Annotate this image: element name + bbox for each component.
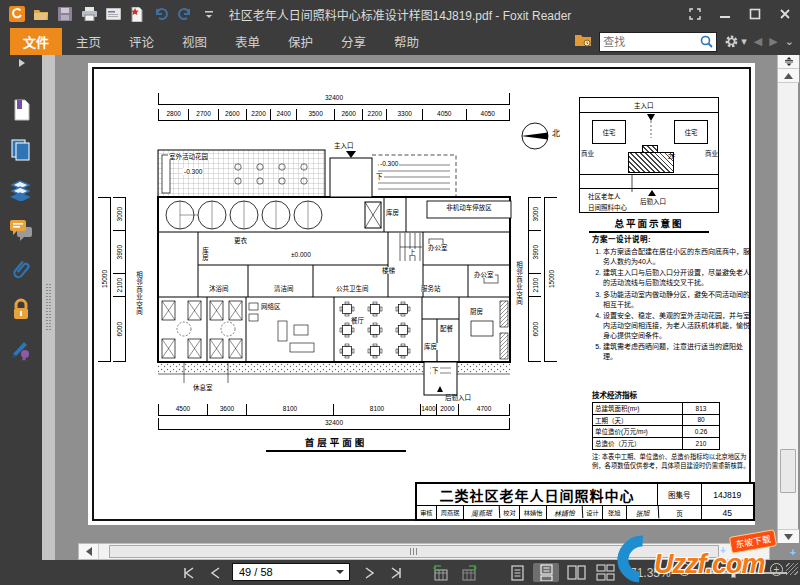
dim-right-segments: 3000390021006000 (528, 197, 541, 362)
dim-top-total: 32400 (158, 93, 510, 105)
ribbon-bar: 文件 主页评论视图表单保护分享帮助 ▾ ◀ ▶ ⌄ (0, 28, 800, 55)
ribbon-tab[interactable]: 视图 (168, 28, 221, 55)
settings-gear-icon[interactable]: ▾ (724, 34, 747, 49)
stair-down-label: 下 (375, 173, 384, 180)
panel-resize-gutter[interactable] (42, 55, 55, 560)
expand-panel-icon[interactable] (0, 55, 42, 71)
security-icon[interactable] (0, 293, 42, 327)
last-page-button[interactable] (385, 563, 407, 582)
email-icon[interactable] (104, 5, 122, 23)
horizontal-scrollbar[interactable] (78, 543, 770, 560)
attachments-icon[interactable] (0, 253, 42, 287)
page-number-box[interactable] (232, 563, 350, 581)
tab-file[interactable]: 文件 (10, 28, 62, 55)
new-document-icon[interactable] (128, 5, 146, 23)
quick-access-toolbar (0, 5, 218, 23)
zoom-in-button[interactable]: + (770, 563, 783, 576)
navigation-sidebar (0, 55, 42, 560)
ribbon-tab[interactable]: 主页 (62, 28, 115, 55)
ribbon-tab[interactable]: 帮助 (380, 28, 433, 55)
prev-page-button[interactable] (205, 563, 225, 582)
zoom-out-button[interactable]: − (678, 563, 691, 576)
nav-back-icon[interactable]: ◀ (754, 35, 762, 48)
design-note-item: 建筑主入口与后勤入口分开设置，尽量避免老人的活动流线与后勤流线交叉干扰。 (603, 268, 752, 288)
site-plan-title: 总平面示意图 (589, 216, 709, 233)
foxit-logo-icon[interactable] (8, 5, 26, 23)
vscroll-thumb[interactable] (780, 449, 796, 493)
open-file-icon[interactable] (32, 5, 50, 23)
layout-continuous-facing-button[interactable] (592, 563, 618, 582)
page-number: 45 (702, 506, 753, 519)
search-box[interactable] (599, 32, 717, 52)
indicator-row: 总造价（万元） 210 (593, 438, 719, 450)
room-label-network: 网络区 (260, 303, 282, 310)
ribbon-tab[interactable]: 分享 (327, 28, 380, 55)
room-label-changing: 更衣 (233, 237, 248, 244)
layout-continuous-button[interactable] (533, 563, 559, 582)
page-label: 页 (658, 506, 701, 519)
room-label-kitchen: 厨房 (469, 308, 484, 315)
dim-bottom-segments: 4500360081008100140020004700 (158, 404, 510, 416)
search-icon (700, 35, 713, 48)
next-view-button[interactable] (458, 563, 482, 582)
next-page-button[interactable] (360, 563, 380, 582)
page-number-input[interactable] (233, 566, 335, 578)
site-commerce-left: 商业 (581, 148, 594, 158)
hscroll-thumb[interactable] (109, 545, 719, 558)
ribbon-tab[interactable]: 表单 (221, 28, 274, 55)
ribbon-tabs: 主页评论视图表单保护分享帮助 (62, 28, 433, 55)
undo-icon[interactable] (152, 5, 170, 23)
proofer-signature: 林婧怡 (547, 505, 583, 520)
level-zero: ±0.000 (290, 251, 312, 258)
first-page-button[interactable] (178, 563, 200, 582)
tech-indicators-title: 技术经济指标 (592, 389, 752, 400)
scroll-up-arrow[interactable] (778, 69, 799, 83)
ribbon-tab[interactable]: 评论 (115, 28, 168, 55)
design-notes-title: 方案一设计说明: (592, 233, 752, 244)
gutter-grip (46, 284, 51, 332)
print-icon[interactable] (80, 5, 98, 23)
page-dropdown-caret[interactable] (335, 569, 345, 575)
indicator-row: 单位造价(万元/m²) 0.26 (593, 426, 719, 438)
pages-icon[interactable] (0, 133, 42, 167)
bookmarks-icon[interactable] (0, 93, 42, 127)
resize-grip[interactable] (786, 563, 798, 575)
pdf-page: 32400 2800270026002200240035002600220033… (88, 63, 755, 525)
save-icon[interactable] (56, 5, 74, 23)
comments-icon[interactable] (0, 213, 42, 247)
plan-title: 首层平面图 (266, 435, 406, 452)
customize-toolbar-icon[interactable] (200, 5, 218, 23)
layers-icon[interactable] (0, 173, 42, 207)
dim-right-total: 15000 (544, 197, 557, 362)
designer-name: 张旭 (603, 506, 627, 519)
redo-icon[interactable] (176, 5, 194, 23)
zoom-slider-thumb[interactable] (731, 568, 736, 578)
split-view-handle[interactable] (778, 55, 799, 69)
layout-facing-button[interactable] (563, 563, 589, 582)
nav-forward-icon[interactable]: ▶ (769, 35, 777, 48)
maximize-button[interactable] (740, 0, 770, 28)
stair-up-label: 上 (408, 249, 417, 256)
vertical-scrollbar[interactable] (777, 55, 798, 543)
tech-indicators: 技术经济指标 总建筑面积(m²) 813 工期（天） 80 单位造价(万元/m²… (592, 389, 752, 471)
search-input[interactable] (603, 36, 700, 48)
signatures-icon[interactable] (0, 333, 42, 367)
site-commerce-right: 商业 (705, 148, 718, 158)
level-garden: -0.300 (183, 168, 203, 175)
fullscreen-button[interactable] (680, 0, 710, 28)
document-area[interactable]: 32400 2800270026002200240035002600220033… (55, 55, 800, 560)
layout-single-page-button[interactable] (505, 563, 529, 582)
scroll-down-arrow[interactable] (778, 529, 799, 543)
scroll-left-arrow[interactable] (79, 544, 99, 559)
room-label-public-toilet: 公共卫生间 (335, 285, 370, 292)
recent-folder-icon[interactable] (574, 32, 592, 51)
reviewer-name: 周燕珉 (437, 506, 465, 519)
room-label-stair: 楼梯 (381, 267, 396, 274)
minimize-button[interactable] (710, 0, 740, 28)
ribbon-tab[interactable]: 保护 (274, 28, 327, 55)
site-center-name-1: 社区老年人 (588, 191, 621, 201)
previous-view-button[interactable] (428, 563, 452, 582)
collapse-ribbon-icon[interactable]: ⌄ (785, 35, 794, 48)
room-label-storage-bottom: 库房 (423, 343, 438, 350)
close-button[interactable] (770, 0, 800, 28)
